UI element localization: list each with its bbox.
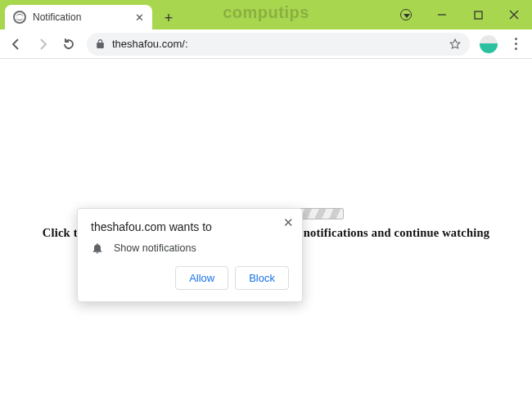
window-controls — [388, 0, 532, 29]
browser-menu-button[interactable] — [504, 33, 527, 56]
tab-title: Notification — [33, 11, 128, 23]
globe-icon — [13, 11, 26, 24]
address-bar[interactable]: theshafou.com/: — [87, 33, 470, 56]
maximize-button[interactable] — [460, 0, 496, 29]
close-window-button[interactable] — [496, 0, 532, 29]
new-tab-button[interactable]: + — [157, 7, 180, 29]
minimize-button[interactable] — [424, 0, 460, 29]
browser-tab[interactable]: Notification ✕ — [5, 5, 152, 29]
profile-avatar[interactable] — [480, 35, 498, 53]
svg-rect-1 — [475, 11, 482, 19]
url-text: theshafou.com/: — [112, 38, 442, 50]
popup-title: theshafou.com wants to — [91, 220, 289, 233]
reload-button[interactable] — [57, 33, 80, 56]
popup-actions: Allow Block — [91, 266, 289, 290]
bell-icon — [91, 242, 104, 255]
block-button[interactable]: Block — [235, 266, 289, 290]
kebab-menu-icon — [515, 38, 517, 50]
close-tab-icon[interactable]: ✕ — [135, 11, 144, 24]
bookmark-star-icon[interactable] — [449, 38, 462, 51]
permission-row: Show notifications — [91, 242, 289, 255]
lock-icon — [95, 38, 106, 49]
watermark-text: computips — [223, 3, 309, 22]
forward-button[interactable] — [31, 33, 54, 56]
browser-toolbar: theshafou.com/: — [0, 29, 532, 59]
permission-label: Show notifications — [114, 242, 196, 254]
allow-button[interactable]: Allow — [175, 266, 228, 290]
back-button[interactable] — [5, 33, 28, 56]
permission-popup: ✕ theshafou.com wants to Show notificati… — [77, 208, 303, 302]
window-titlebar: Notification ✕ + computips — [0, 0, 532, 29]
incognito-avatar-icon[interactable] — [388, 0, 424, 29]
popup-close-icon[interactable]: ✕ — [283, 215, 294, 230]
page-viewport: ✕ theshafou.com wants to Show notificati… — [0, 208, 532, 416]
